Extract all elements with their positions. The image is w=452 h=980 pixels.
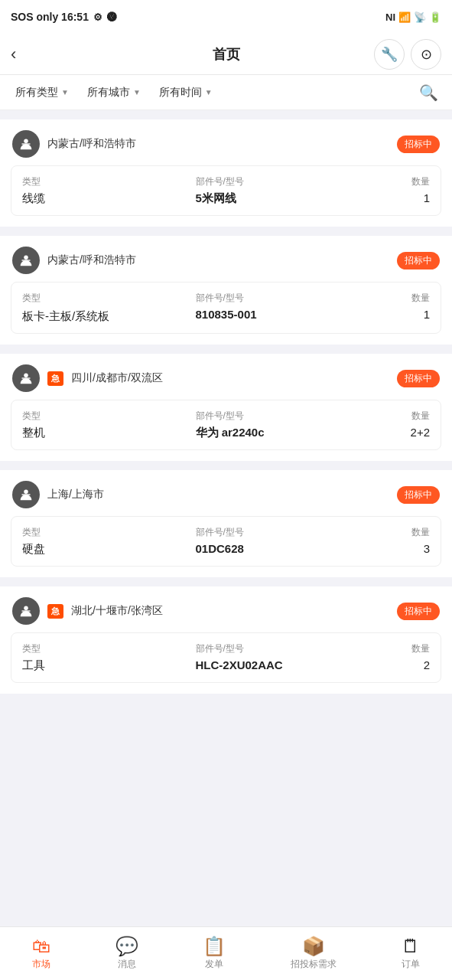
card-row: 类型 板卡-主板/系统板 部件号/型号 810835-001 数量 1 <box>22 292 430 324</box>
tab-message[interactable]: 💬 消息 <box>103 933 151 975</box>
settings-icon: ⚙ <box>93 11 102 23</box>
svg-point-8 <box>24 606 28 611</box>
back-button[interactable]: ‹ <box>11 44 35 64</box>
svg-point-0 <box>24 139 28 144</box>
company-logo <box>12 130 40 158</box>
list-item[interactable]: 内蒙古/呼和浩特市 招标中 类型 线缆 部件号/型号 5米网线 数量 1 <box>0 119 452 227</box>
card-header: 急 四川/成都市/双流区 招标中 <box>0 354 452 400</box>
card-location: 内蒙古/呼和浩特市 <box>47 253 136 267</box>
part-label: 部件号/型号 <box>196 526 369 539</box>
order-label: 订单 <box>402 958 420 971</box>
post-label: 发单 <box>205 958 223 971</box>
card-row: 类型 硬盘 部件号/型号 01DC628 数量 3 <box>22 526 430 557</box>
list-item[interactable]: 急 湖北/十堰市/张湾区 招标中 类型 工具 部件号/型号 HLC-2XU02A… <box>0 586 452 694</box>
company-logo <box>12 481 40 508</box>
part-col: 部件号/型号 5米网线 <box>196 175 369 206</box>
bid-badge: 招标中 <box>397 486 440 504</box>
filter-type-button[interactable]: 所有类型 ▼ <box>8 81 76 104</box>
filter-city-arrow: ▼ <box>133 88 141 96</box>
card-location: 上海/上海市 <box>47 488 104 501</box>
card-header: 内蒙古/呼和浩特市 招标中 <box>0 236 452 282</box>
urgent-badge: 急 <box>47 371 63 386</box>
card-row: 类型 整机 部件号/型号 华为 ar2240c 数量 2+2 <box>22 410 430 440</box>
company-logo <box>12 247 40 274</box>
svg-point-2 <box>24 256 28 260</box>
svg-point-4 <box>24 374 28 378</box>
part-value: 810835-001 <box>196 308 369 321</box>
tab-order[interactable]: 🗒 订单 <box>389 933 432 975</box>
card-location: 湖北/十堰市/张湾区 <box>71 604 163 618</box>
nav-bar: ‹ 首页 🔧 ⊙ <box>0 34 452 75</box>
card-body: 类型 线缆 部件号/型号 5米网线 数量 1 <box>11 165 441 216</box>
card-row: 类型 工具 部件号/型号 HLC-2XU02AAC 数量 2 <box>22 642 430 673</box>
message-label: 消息 <box>118 958 136 971</box>
qty-col: 数量 2 <box>369 642 430 673</box>
market-label: 市场 <box>32 958 50 971</box>
qty-col: 数量 1 <box>369 292 430 324</box>
message-icon: 💬 <box>115 937 138 956</box>
status-text: SOS only 16:51 <box>11 11 89 23</box>
status-bar: SOS only 16:51 ⚙ 🅥 NI 📶 📡 🔋 <box>0 0 452 34</box>
search-button[interactable]: 🔍 <box>413 80 444 105</box>
type-label: 类型 <box>22 292 196 305</box>
tools-icon: 🔧 <box>381 46 398 63</box>
card-header: 急 湖北/十堰市/张湾区 招标中 <box>0 586 452 632</box>
tab-market[interactable]: 🛍 市场 <box>20 933 63 975</box>
part-label: 部件号/型号 <box>196 175 369 188</box>
bid-badge: 招标中 <box>397 252 440 270</box>
filter-city-button[interactable]: 所有城市 ▼ <box>80 81 148 104</box>
target-button[interactable]: ⊙ <box>411 39 441 70</box>
tools-button[interactable]: 🔧 <box>374 39 405 70</box>
card-location: 内蒙古/呼和浩特市 <box>47 137 136 151</box>
part-col: 部件号/型号 810835-001 <box>196 292 369 324</box>
market-icon: 🛍 <box>32 937 50 956</box>
status-right: NI 📶 📡 🔋 <box>385 11 441 23</box>
qty-label: 数量 <box>369 292 430 305</box>
tab-bid[interactable]: 📦 招投标需求 <box>278 933 349 975</box>
qty-label: 数量 <box>369 526 430 539</box>
signal-icon: 📶 <box>398 11 411 23</box>
tab-bar: 🛍 市场 💬 消息 📋 发单 📦 招投标需求 🗒 订单 <box>0 926 452 980</box>
part-label: 部件号/型号 <box>196 642 369 655</box>
qty-col: 数量 1 <box>369 175 430 206</box>
type-value: 线缆 <box>22 191 196 206</box>
bid-badge: 招标中 <box>397 603 440 620</box>
card-header: 上海/上海市 招标中 <box>0 470 452 516</box>
filter-time-arrow: ▼ <box>205 88 213 96</box>
type-col: 类型 线缆 <box>22 175 196 206</box>
filter-city-label: 所有城市 <box>87 86 130 100</box>
card-body: 类型 整机 部件号/型号 华为 ar2240c 数量 2+2 <box>11 400 441 450</box>
part-col: 部件号/型号 01DC628 <box>196 526 369 557</box>
bid-label: 招投标需求 <box>291 958 337 971</box>
card-location: 四川/成都市/双流区 <box>71 371 163 385</box>
wifi-icon: 📡 <box>414 11 426 23</box>
list-item[interactable]: 内蒙古/呼和浩特市 招标中 类型 板卡-主板/系统板 部件号/型号 810835… <box>0 236 452 345</box>
qty-value: 1 <box>369 308 430 321</box>
target-icon: ⊙ <box>421 46 432 63</box>
type-col: 类型 整机 <box>22 410 196 440</box>
filter-time-button[interactable]: 所有时间 ▼ <box>151 81 220 104</box>
qty-value: 3 <box>369 542 430 555</box>
list-item[interactable]: 急 四川/成都市/双流区 招标中 类型 整机 部件号/型号 华为 ar2240c… <box>0 354 452 461</box>
type-col: 类型 板卡-主板/系统板 <box>22 292 196 324</box>
tab-post[interactable]: 📋 发单 <box>190 933 238 975</box>
bid-icon: 📦 <box>302 937 325 956</box>
nav-actions: 🔧 ⊙ <box>374 39 441 70</box>
part-label: 部件号/型号 <box>196 292 369 305</box>
part-value: HLC-2XU02AAC <box>196 658 369 671</box>
bid-badge: 招标中 <box>397 370 440 387</box>
qty-value: 2+2 <box>369 426 430 439</box>
filter-bar: 所有类型 ▼ 所有城市 ▼ 所有时间 ▼ 🔍 <box>0 75 452 110</box>
card-body: 类型 板卡-主板/系统板 部件号/型号 810835-001 数量 1 <box>11 282 441 334</box>
order-icon: 🗒 <box>402 937 420 956</box>
qty-label: 数量 <box>369 410 430 423</box>
qty-label: 数量 <box>369 642 430 655</box>
vpn-icon: 🅥 <box>107 11 117 23</box>
list-item[interactable]: 上海/上海市 招标中 类型 硬盘 部件号/型号 01DC628 数量 3 <box>0 470 452 577</box>
page-title: 首页 <box>213 45 240 64</box>
qty-col: 数量 3 <box>369 526 430 557</box>
post-icon: 📋 <box>203 937 226 956</box>
type-label: 类型 <box>22 642 196 655</box>
part-label: 部件号/型号 <box>196 410 369 423</box>
card-header: 内蒙古/呼和浩特市 招标中 <box>0 119 452 165</box>
